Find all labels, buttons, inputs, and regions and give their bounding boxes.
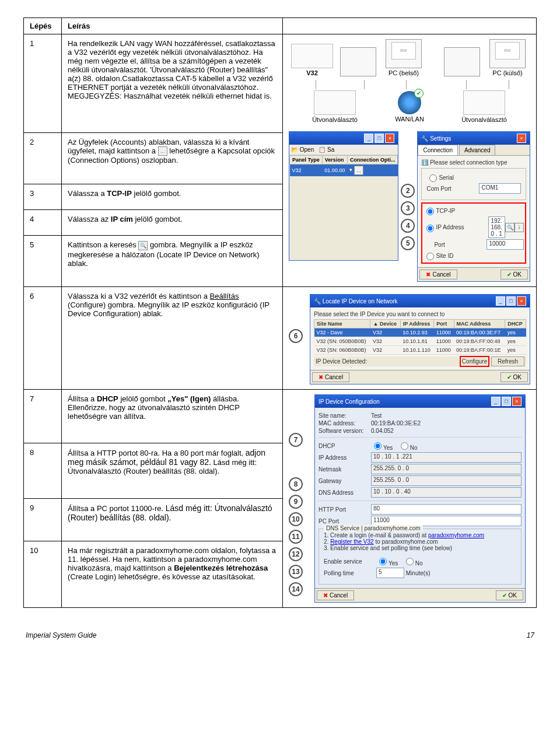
step-5-num: 5 [24, 236, 62, 287]
configure-button[interactable]: Configure [460, 356, 489, 367]
dns-step-1: 1. Create a login (e-mail & password) at… [324, 532, 516, 538]
callout-6: 6 [289, 329, 303, 343]
max-icon[interactable]: □ [506, 296, 516, 306]
min-icon[interactable]: _ [364, 134, 373, 143]
page-footer: Imperial System Guide 17 [23, 631, 537, 639]
gateway-input[interactable]: 255.255. 0 . 0 [371, 475, 522, 486]
callout-5: 5 [401, 236, 415, 250]
settings-icon[interactable]: ... [354, 166, 363, 175]
locate-window: 🔧 Locate IP Device on Network _□× Please… [310, 294, 530, 384]
open-button[interactable]: 📂 Open [291, 146, 314, 153]
radio-serial[interactable] [429, 174, 437, 182]
network-diagram: V32 BWPC (belső) BWPC (külső) Útvonalvál… [289, 39, 530, 123]
step-7-desc: Állítsa a DHCP jelölő gombot „Yes" (Igen… [62, 390, 283, 443]
callout-14: 14 [289, 582, 303, 596]
max-icon[interactable]: □ [374, 134, 384, 143]
callout-7: 7 [289, 433, 303, 447]
radio-siteid[interactable] [426, 253, 434, 260]
http-port-input[interactable]: 80 [371, 504, 522, 515]
dhcp-no-radio[interactable] [401, 442, 408, 450]
step-8-num: 8 [24, 443, 62, 499]
locate-window-cell: 6 🔧 Locate IP Device on Network _□× Plea… [283, 287, 537, 390]
ok-button[interactable]: ✔OK [496, 590, 523, 600]
radio-ipaddr[interactable] [426, 225, 434, 232]
step-8-desc: Állítsa a HTTP portot 80-ra. Ha a 80 por… [62, 443, 283, 499]
table-row[interactable]: V32 (SN: 060B0B0B)V3210.10.1.1101100000:… [314, 346, 526, 355]
footer-title: Imperial System Guide [26, 631, 96, 639]
callout-11: 11 [289, 530, 303, 544]
callout-3: 3 [401, 201, 415, 215]
table-row[interactable]: V32 - DaveV3210.10.2.931100000:19:BA:00:… [314, 328, 526, 337]
info-small-icon[interactable]: i [514, 223, 524, 232]
detected-label: IP Device Detected: [316, 358, 367, 365]
search-icon[interactable]: 🔍 [505, 223, 514, 232]
radio-tcpip[interactable] [426, 208, 434, 215]
register-link[interactable]: Register the V32 [330, 538, 374, 545]
ipaddr-input[interactable]: 10 . 10 . 1 .221 [371, 452, 522, 463]
dns-service-group: DNS Service | paradoxmyhome.com [324, 525, 423, 531]
device-table[interactable]: Site Name▲ DeviceIP AddressPortMAC Addre… [314, 319, 526, 355]
netmask-input[interactable]: 255.255. 0 . 0 [371, 464, 522, 474]
panel-list[interactable]: Panel TypeVersionConnection Opti... V320… [289, 155, 398, 177]
enable-no-radio[interactable] [406, 558, 414, 565]
step-10-num: 10 [24, 541, 62, 607]
config-window-cell: 7 8 9 10 11 12 13 14 IP Device Configura… [283, 390, 537, 608]
step-9-desc: Állítsa a PC portot 11000-re. Lásd még i… [62, 498, 283, 541]
info-icon: ℹ️ Please select connection type [421, 159, 526, 166]
close-icon[interactable]: × [512, 397, 522, 406]
cancel-button[interactable]: ✖Cancel [317, 590, 354, 600]
step-6-num: 6 [24, 287, 62, 390]
settings-window: 🔧 Settings × Connection Advanced ℹ️ Plea… [417, 131, 530, 282]
magnify-icon: 🔍 [138, 241, 148, 250]
step-2-desc: Az Ügyfelek (Accounts) ablakban, válassz… [62, 132, 283, 184]
max-icon[interactable]: □ [502, 397, 511, 406]
close-icon[interactable]: × [517, 296, 526, 306]
port-input[interactable]: 10000 [487, 239, 524, 250]
step-4-num: 4 [24, 209, 62, 235]
step-3-desc: Válassza a TCP-IP jelölő gombot. [62, 184, 283, 209]
paradox-link[interactable]: paradoxmyhome.com [428, 532, 484, 538]
step-10-desc: Ha már regisztrált a paradoxmyhome.com o… [62, 541, 283, 607]
step-7-num: 7 [24, 390, 62, 443]
callout-2: 2 [401, 184, 415, 198]
callout-10: 10 [289, 512, 303, 526]
step-1-num: 1 [24, 34, 62, 133]
callout-12: 12 [289, 547, 303, 561]
dns-input[interactable]: 10 . 10 . 0 . 40 [371, 487, 522, 498]
dns-step-3: 3. Enable service and set polling time (… [324, 545, 516, 551]
callout-8: 8 [289, 477, 303, 491]
refresh-button[interactable]: Refresh [491, 356, 524, 366]
min-icon[interactable]: _ [496, 296, 505, 306]
ip-config-window: IP Device Configuration _□× Site name:Te… [314, 394, 526, 603]
step-3-num: 3 [24, 184, 62, 209]
step-5-desc: Kattintson a keresés 🔍 gombra. Megnyílik… [62, 236, 283, 287]
locate-prompt: Please select the IP Device you want to … [314, 311, 526, 317]
callout-4: 4 [401, 219, 415, 233]
comport-select[interactable]: COM1 [479, 183, 521, 194]
tab-connection[interactable]: Connection [418, 145, 458, 155]
callout-9: 9 [289, 495, 303, 509]
dhcp-yes-radio[interactable] [374, 442, 382, 450]
close-icon[interactable]: × [385, 134, 394, 143]
cancel-button[interactable]: ✖Cancel [419, 270, 457, 279]
enable-yes-radio[interactable] [379, 558, 387, 565]
step-9-num: 9 [24, 498, 62, 541]
header-step: Lépés [24, 18, 62, 34]
step-4-desc: Válassza az IP cím jelölő gombot. [62, 209, 283, 235]
tab-advanced[interactable]: Advanced [459, 145, 495, 155]
ellipsis-icon: ... [158, 146, 167, 156]
page-number: 17 [527, 631, 534, 639]
cancel-button[interactable]: ✖Cancel [312, 372, 349, 382]
step-6-desc: Válassza ki a V32 vezérlőt és kattintson… [62, 287, 283, 390]
ip-input[interactable]: 192. 168. 0 . 1 [488, 216, 505, 238]
callout-13: 13 [289, 565, 303, 579]
close-icon[interactable]: × [517, 134, 526, 143]
instruction-table: Lépés Leírás 1 Ha rendelkezik LAN vagy W… [23, 18, 537, 608]
ok-button[interactable]: ✔OK [501, 372, 528, 382]
diagram-and-settings-cell: V32 BWPC (belső) BWPC (külső) Útvonalvál… [283, 34, 537, 287]
ok-button[interactable]: ✔OK [501, 270, 528, 279]
table-row[interactable]: V32 (SN: 050B0B0B)V3210.10.1.811100000:1… [314, 337, 526, 346]
poll-input[interactable]: 5 [376, 568, 404, 578]
min-icon[interactable]: _ [491, 397, 501, 406]
header-desc: Leírás [62, 18, 283, 34]
